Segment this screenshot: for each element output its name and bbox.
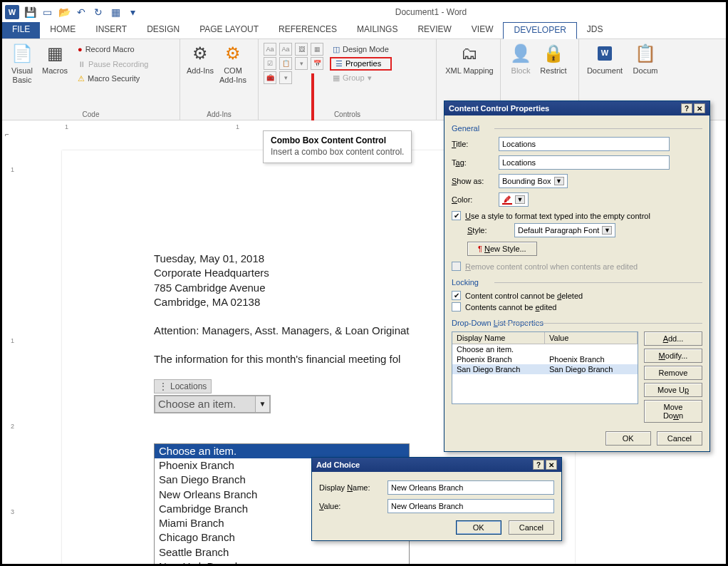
word-doc-icon: W xyxy=(593,42,616,65)
macro-security[interactable]: ⚠Macro Security xyxy=(75,71,151,86)
open-icon[interactable]: 📂 xyxy=(58,6,71,19)
general-group: General xyxy=(452,124,702,133)
add-button[interactable]: Add... xyxy=(644,331,702,346)
value-input[interactable] xyxy=(388,499,554,513)
vertical-ruler: 1 1 2 3 xyxy=(6,138,21,564)
new-icon[interactable]: ▭ xyxy=(41,6,53,19)
list-row-1[interactable]: Phoenix Branch Phoenix Branch xyxy=(452,354,638,364)
tag-input[interactable] xyxy=(499,155,670,170)
tab-design[interactable]: DESIGN xyxy=(137,22,189,38)
new-style-button[interactable]: ¶ New Style... xyxy=(467,242,537,256)
cancel-button[interactable]: Cancel xyxy=(509,520,554,535)
save-icon[interactable]: 💾 xyxy=(24,6,36,19)
tab-view[interactable]: VIEW xyxy=(462,22,504,38)
document-panel-button[interactable]: 📋 Docum xyxy=(628,42,663,76)
tab-jds[interactable]: JDS xyxy=(577,22,613,38)
ok-button[interactable]: OK xyxy=(456,520,501,535)
rich-text-control-icon[interactable]: Aa xyxy=(264,43,276,56)
design-mode[interactable]: ◫Design Mode xyxy=(330,42,392,57)
com-addins-button[interactable]: ⚙ COM Add-Ins xyxy=(217,42,249,85)
combo-box-tooltip: Combo Box Content Control Insert a combo… xyxy=(263,130,412,163)
tab-insert[interactable]: INSERT xyxy=(85,22,137,38)
move-up-button[interactable]: Move Up xyxy=(644,383,702,397)
doc-panel-icon: 📋 xyxy=(634,42,657,65)
cc-option-7[interactable]: Seattle Branch xyxy=(155,545,409,560)
tab-review[interactable]: REVIEW xyxy=(407,22,461,38)
tab-mailings[interactable]: MAILINGS xyxy=(347,22,407,38)
add-choice-dialog: Add Choice ? ✕ Display Name: Value: OK C… xyxy=(311,457,562,541)
dropdown-listbox[interactable]: Display Name Value Choose an item. Phoen… xyxy=(452,331,638,404)
lock-icon: 🔒 xyxy=(542,42,565,65)
content-control-combo[interactable]: Choose an item. ▼ xyxy=(154,395,271,413)
document-template-button[interactable]: W Document xyxy=(583,42,626,76)
checkbox-control-icon[interactable]: ☑ xyxy=(264,57,276,70)
table-icon[interactable]: ▦ xyxy=(109,6,122,19)
record-macro[interactable]: ●Record Macro xyxy=(75,42,151,57)
ok-button[interactable]: OK xyxy=(605,431,651,446)
ccprops-titlebar[interactable]: Content Control Properties ? ✕ xyxy=(444,101,709,115)
legacy-controls-icon[interactable]: 🧰 xyxy=(264,71,276,84)
tag-label: Tag: xyxy=(452,158,494,167)
close-icon[interactable]: ✕ xyxy=(546,460,557,470)
doc-line2: 785 Cambridge Avenue xyxy=(154,281,410,295)
addins-button[interactable]: ⚙ Add-Ins xyxy=(184,42,216,85)
close-icon[interactable]: ✕ xyxy=(694,103,705,113)
list-row-0[interactable]: Choose an item. xyxy=(452,344,638,354)
tab-home[interactable]: HOME xyxy=(40,22,85,38)
tab-page-layout[interactable]: PAGE LAYOUT xyxy=(189,22,269,38)
window-title: Document1 - Word xyxy=(139,7,723,17)
cancel-button[interactable]: Cancel xyxy=(657,431,702,446)
combobox-control-icon[interactable]: 📋 xyxy=(279,57,292,70)
building-block-control-icon[interactable]: ▦ xyxy=(311,43,323,56)
lock-edit-checkbox[interactable]: Contents cannot be edited xyxy=(452,302,702,312)
content-control-header[interactable]: ⋮ Locations xyxy=(154,379,212,393)
annotation-arrow xyxy=(311,73,314,123)
ccprops-title: Content Control Properties xyxy=(449,104,549,113)
tab-file[interactable]: FILE xyxy=(2,22,40,38)
legacy-form-icon[interactable]: ▾ xyxy=(279,71,292,84)
properties-button[interactable]: ☰Properties xyxy=(330,57,392,71)
lock-delete-checkbox[interactable]: ✔Content control cannot be deleted xyxy=(452,291,702,300)
picture-control-icon[interactable]: 🖼 xyxy=(295,43,308,56)
plain-text-control-icon[interactable]: Aa xyxy=(279,43,292,56)
restrict-button[interactable]: 🔒 Restrict xyxy=(538,42,569,76)
macros-button[interactable]: ▦ Macros xyxy=(39,42,71,86)
remove-checkbox: Remove content control when contents are… xyxy=(452,262,702,271)
addchoice-title: Add Choice xyxy=(316,460,360,469)
ddprops-group: Drop-Down List Properties xyxy=(452,319,702,327)
help-icon[interactable]: ? xyxy=(681,103,692,113)
undo-icon[interactable]: ↶ xyxy=(75,6,88,19)
dropdown-control-icon[interactable]: ▾ xyxy=(295,57,308,70)
style-dropdown[interactable]: Default Paragraph Font▼ xyxy=(514,223,615,237)
display-name-input[interactable] xyxy=(388,480,554,495)
showas-dropdown[interactable]: Bounding Box▼ xyxy=(499,174,568,188)
remove-button[interactable]: Remove xyxy=(644,366,702,380)
vb-icon: 📄 xyxy=(11,42,33,65)
addchoice-titlebar[interactable]: Add Choice ? ✕ xyxy=(312,458,561,472)
color-picker[interactable]: 🖉▼ xyxy=(499,192,529,207)
xml-mapping-button[interactable]: 🗂 XML Mapping xyxy=(441,42,498,76)
move-down-button[interactable]: Move Down xyxy=(644,400,702,423)
cc-dropdown-button[interactable]: ▼ xyxy=(255,396,269,412)
block-button[interactable]: 👤 Block xyxy=(505,42,536,76)
cc-option-8[interactable]: New York Branch xyxy=(155,560,409,566)
col-display-name: Display Name xyxy=(452,332,545,344)
tab-developer[interactable]: DEVELOPER xyxy=(503,22,576,39)
use-style-checkbox[interactable]: ✔Use a style to format text typed into t… xyxy=(452,211,702,220)
help-icon[interactable]: ? xyxy=(533,460,544,470)
list-row-2[interactable]: San Diego Branch San Diego Branch xyxy=(452,364,638,374)
title-input[interactable] xyxy=(499,137,670,151)
modify-button[interactable]: Modify... xyxy=(644,349,702,363)
title-bar: W 💾 ▭ 📂 ↶ ↻ ▦ ▾ Document1 - Word xyxy=(2,2,726,22)
redo-icon[interactable]: ↻ xyxy=(92,6,105,19)
tab-references[interactable]: REFERENCES xyxy=(269,22,347,38)
xml-mapping-icon: 🗂 xyxy=(458,42,481,65)
qat-more-icon[interactable]: ▾ xyxy=(126,6,139,19)
doc-line1: Corporate Headquarters xyxy=(154,266,410,280)
tooltip-title: Combo Box Content Control xyxy=(271,135,404,145)
visual-basic-button[interactable]: 📄 Visual Basic xyxy=(6,42,38,86)
chevron-down-icon: ▼ xyxy=(602,226,612,235)
tooltip-body: Insert a combo box content control. xyxy=(271,147,404,157)
title-label: Title: xyxy=(452,140,494,148)
date-control-icon[interactable]: 📅 xyxy=(311,57,323,70)
